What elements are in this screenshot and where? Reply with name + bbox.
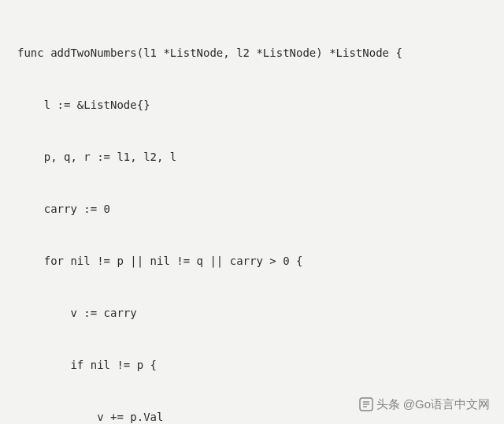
code-line: carry := 0 [17, 200, 498, 218]
code-line: if nil != p { [17, 356, 498, 374]
code-block: func addTwoNumbers(l1 *ListNode, l2 *Lis… [0, 0, 504, 424]
code-line: l := &ListNode{} [17, 96, 498, 113]
toutiao-icon [359, 397, 373, 411]
code-line: p, q, r := l1, l2, l [17, 148, 498, 166]
watermark-text: 头条 @Go语言中文网 [376, 396, 490, 413]
code-line: v := carry [17, 304, 498, 322]
code-line: for nil != p || nil != q || carry > 0 { [17, 252, 498, 270]
code-line: func addTwoNumbers(l1 *ListNode, l2 *Lis… [17, 44, 498, 61]
watermark: 头条 @Go语言中文网 [359, 396, 490, 413]
